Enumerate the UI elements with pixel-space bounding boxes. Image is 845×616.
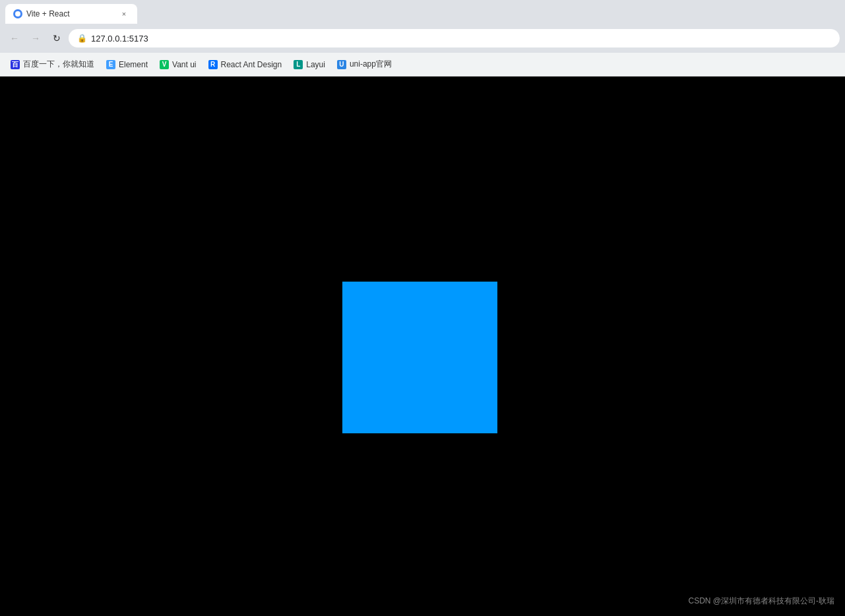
lock-icon: 🔒	[77, 34, 87, 43]
bookmark-label-baidu: 百度一下，你就知道	[23, 59, 94, 70]
bookmark-label-react: React Ant Design	[221, 60, 282, 69]
browser-tab[interactable]: Vite + React ×	[5, 4, 137, 24]
bookmark-label-element: Element	[119, 60, 148, 69]
blue-rectangle	[342, 282, 497, 433]
bookmark-layui[interactable]: L Layui	[288, 57, 330, 72]
bookmark-vant[interactable]: V Vant ui	[154, 57, 201, 72]
address-bar[interactable]: 🔒 127.0.0.1:5173	[69, 29, 840, 47]
bookmark-element[interactable]: E Element	[101, 57, 153, 72]
bookmark-label-layui: Layui	[306, 60, 325, 69]
bookmark-favicon-react: R	[208, 60, 218, 69]
browser-chrome: Vite + React × ← → ↻ 🔒 127.0.0.1:5173 百 …	[0, 0, 845, 77]
bookmark-react[interactable]: R React Ant Design	[203, 57, 288, 72]
bookmark-favicon-uni: U	[337, 60, 346, 69]
tab-title: Vite + React	[26, 9, 115, 18]
bookmark-label-uni: uni-app官网	[350, 59, 392, 70]
csdn-watermark: CSDN @深圳市有德者科技有限公司-耿瑞	[688, 596, 834, 607]
tab-bar: Vite + React ×	[0, 0, 845, 24]
bookmark-favicon-baidu: 百	[11, 60, 20, 69]
tab-close-button[interactable]: ×	[119, 9, 129, 19]
url-text: 127.0.0.1:5173	[91, 34, 831, 44]
bookmark-uni[interactable]: U uni-app官网	[332, 56, 397, 73]
bookmark-favicon-element: E	[106, 60, 115, 69]
reload-button[interactable]: ↻	[47, 29, 66, 47]
bookmark-favicon-vant: V	[160, 60, 169, 69]
bookmark-baidu[interactable]: 百 百度一下，你就知道	[5, 56, 100, 73]
tab-favicon	[13, 9, 22, 18]
address-bar-row: ← → ↻ 🔒 127.0.0.1:5173	[0, 24, 845, 53]
bookmark-favicon-layui: L	[294, 60, 303, 69]
back-button[interactable]: ←	[5, 29, 24, 47]
bookmark-label-vant: Vant ui	[172, 60, 196, 69]
forward-button[interactable]: →	[26, 29, 45, 47]
bookmarks-bar: 百 百度一下，你就知道 E Element V Vant ui R React …	[0, 53, 845, 77]
page-content: CSDN @深圳市有德者科技有限公司-耿瑞	[0, 77, 845, 616]
